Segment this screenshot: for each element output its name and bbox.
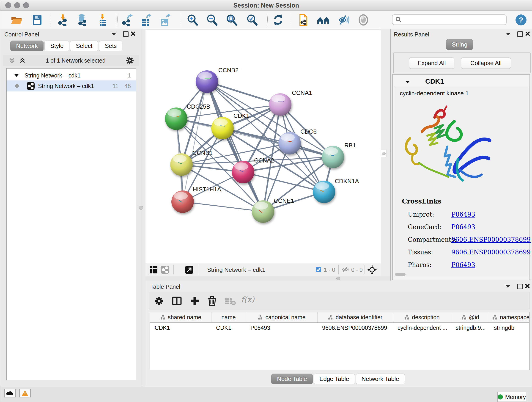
node-hist1h1a[interactable]: HIST1H1A bbox=[171, 186, 221, 213]
selected-checkbox-icon[interactable] bbox=[316, 267, 322, 273]
results-panel-menu-caret-icon[interactable] bbox=[506, 33, 510, 36]
open-session-icon[interactable] bbox=[10, 14, 23, 26]
results-panel-close-icon[interactable] bbox=[525, 32, 530, 36]
help-icon[interactable]: ? bbox=[515, 14, 528, 27]
column-header-databaseidentifier[interactable]: database identifier bbox=[317, 312, 393, 322]
network-collection-row[interactable]: String Network – cdk1 1 bbox=[7, 70, 136, 80]
splitter-handle[interactable] bbox=[336, 277, 340, 280]
node-rb1[interactable]: RB1 bbox=[322, 142, 356, 168]
cell-name[interactable]: CDK1 bbox=[211, 323, 246, 333]
node-cdc25b[interactable]: CDC25B bbox=[165, 103, 210, 130]
network-row-selected[interactable]: String Network – cdk1 11 48 bbox=[7, 80, 136, 91]
tab-sets[interactable]: Sets bbox=[99, 41, 122, 51]
import-network-database-icon[interactable] bbox=[76, 14, 89, 26]
cell-databaseidentifier[interactable]: 9606.ENSP00000378699 bbox=[317, 323, 393, 333]
hidden-counts: 0 - 0 bbox=[351, 267, 363, 273]
open-in-new-window-icon[interactable] bbox=[185, 265, 194, 274]
fit-selected-crosshair-icon[interactable] bbox=[367, 265, 377, 274]
tab-edge-table[interactable]: Edge Table bbox=[314, 374, 355, 384]
network-options-gear-icon[interactable] bbox=[125, 56, 134, 65]
edge[interactable] bbox=[183, 202, 263, 211]
search-input[interactable] bbox=[402, 16, 501, 23]
table-panel-close-icon[interactable] bbox=[525, 284, 530, 288]
export-image-icon[interactable] bbox=[159, 14, 172, 26]
results-panel-float-icon[interactable] bbox=[517, 32, 523, 37]
cell-namespace[interactable]: stringdb bbox=[489, 323, 530, 333]
entry-collapse-caret-icon[interactable] bbox=[405, 81, 410, 83]
crosslink-link[interactable]: P06493 bbox=[451, 223, 475, 230]
column-header-name[interactable]: name bbox=[211, 312, 246, 322]
node-ccnb1[interactable]: CCNB1 bbox=[170, 149, 213, 176]
splitter-handle[interactable] bbox=[381, 150, 386, 157]
zoom-out-icon[interactable] bbox=[206, 14, 218, 26]
network-from-file-icon[interactable] bbox=[298, 14, 310, 26]
table-panel: Table Panel f(x) shared namenamecanonica… bbox=[146, 281, 532, 387]
tab-string[interactable]: String bbox=[446, 39, 473, 50]
string-network-view-icon[interactable] bbox=[161, 265, 169, 274]
hide-eye-icon[interactable] bbox=[337, 14, 350, 26]
application-window: Session: New Session bbox=[0, 0, 532, 402]
refresh-icon[interactable] bbox=[272, 14, 284, 26]
zoom-in-icon[interactable] bbox=[186, 14, 199, 26]
node-label: CCNB2 bbox=[218, 67, 239, 74]
collapse-all-button[interactable]: Collapse All bbox=[461, 57, 511, 69]
tab-style[interactable]: Style bbox=[44, 41, 69, 51]
results-horizontal-scrollbar[interactable] bbox=[395, 273, 405, 276]
collection-expand-caret-icon[interactable] bbox=[14, 74, 19, 77]
collapse-all-icon[interactable] bbox=[8, 57, 15, 64]
search-field[interactable] bbox=[392, 14, 507, 25]
control-panel-float-icon[interactable] bbox=[123, 32, 128, 37]
table-panel-float-icon[interactable] bbox=[517, 284, 523, 289]
crosslink-label: Pharos: bbox=[408, 261, 432, 268]
cell-description[interactable]: cyclin-dependent ... bbox=[393, 323, 451, 333]
table-options-gear-icon[interactable] bbox=[154, 296, 164, 306]
expand-all-button[interactable]: Expand All bbox=[409, 57, 454, 69]
network-canvas[interactable]: CCNB2CCNA1CDC25BCDK1CDC6RB1CCNB1CCNA2CDK… bbox=[146, 30, 381, 263]
tab-node-table[interactable]: Node Table bbox=[271, 374, 313, 384]
show-columns-icon[interactable] bbox=[172, 296, 182, 306]
crosslink-link[interactable]: P06493 bbox=[451, 211, 475, 218]
eye-sphere-icon[interactable] bbox=[357, 14, 370, 26]
import-table-icon[interactable] bbox=[96, 14, 109, 26]
crosslink-link[interactable]: 9606.ENSP00000378699 bbox=[451, 236, 531, 243]
cell-canonicalname[interactable]: P06493 bbox=[246, 323, 317, 333]
node-label: CCNA1 bbox=[292, 89, 312, 96]
cell-id[interactable]: stringdb:9... bbox=[451, 323, 489, 333]
cloud-button[interactable] bbox=[4, 389, 16, 397]
table-panel-menu-caret-icon[interactable] bbox=[506, 285, 510, 288]
crosslink-link[interactable]: P06493 bbox=[451, 261, 475, 268]
zoom-selected-icon[interactable] bbox=[246, 14, 259, 26]
column-header-canonicalname[interactable]: canonical name bbox=[246, 312, 317, 322]
grid-view-icon[interactable] bbox=[150, 266, 158, 274]
zoom-fit-icon[interactable] bbox=[226, 14, 238, 26]
node-ccna1[interactable]: CCNA1 bbox=[269, 89, 312, 116]
node-cdkn1a[interactable]: CDKN1A bbox=[313, 178, 359, 203]
edge[interactable] bbox=[207, 82, 280, 104]
crosslink-link[interactable]: 9606.ENSP00000378699 bbox=[451, 249, 531, 256]
control-panel-menu-caret-icon[interactable] bbox=[112, 33, 116, 36]
warning-button[interactable] bbox=[19, 389, 31, 397]
expand-all-icon[interactable] bbox=[19, 57, 26, 64]
delete-column-trash-icon[interactable] bbox=[207, 295, 217, 306]
memory-button[interactable]: Memory bbox=[497, 392, 526, 402]
network-graph[interactable]: CCNB2CCNA1CDC25BCDK1CDC6RB1CCNB1CCNA2CDK… bbox=[146, 30, 381, 263]
control-panel-close-icon[interactable] bbox=[131, 32, 135, 36]
panel-splitter-handle[interactable] bbox=[139, 206, 143, 210]
column-header-id[interactable]: @id bbox=[451, 312, 489, 322]
tab-network-table[interactable]: Network Table bbox=[356, 374, 405, 384]
column-header-namespace[interactable]: namespace bbox=[489, 312, 530, 322]
tab-select[interactable]: Select bbox=[70, 41, 98, 51]
export-table-icon[interactable] bbox=[140, 14, 152, 26]
save-session-icon[interactable] bbox=[31, 14, 43, 26]
column-header-sharedname[interactable]: shared name bbox=[150, 312, 211, 322]
network-edge-count: 48 bbox=[124, 83, 131, 89]
home-panels-icon[interactable] bbox=[317, 14, 329, 26]
create-column-plus-icon[interactable] bbox=[190, 296, 200, 306]
import-network-file-icon[interactable] bbox=[57, 14, 69, 26]
export-network-icon[interactable] bbox=[121, 14, 133, 26]
cell-sharedname[interactable]: CDK1 bbox=[150, 323, 211, 333]
node-label: CDKN1A bbox=[335, 178, 359, 185]
column-header-description[interactable]: description bbox=[393, 312, 451, 322]
edge[interactable] bbox=[183, 82, 207, 202]
tab-network[interactable]: Network bbox=[10, 41, 44, 51]
